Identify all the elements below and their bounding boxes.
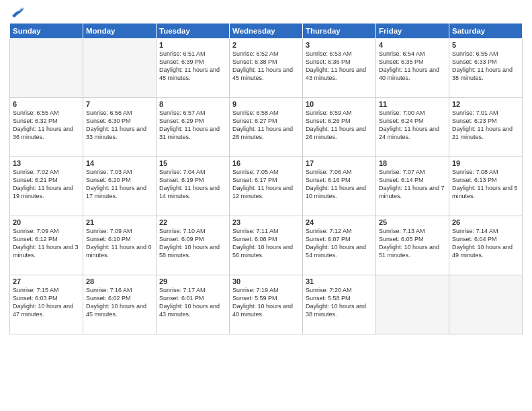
calendar-table: SundayMondayTuesdayWednesdayThursdayFrid… [9,23,523,334]
day-number: 24 [306,218,373,226]
cell-daylight-info: Sunrise: 7:01 AM Sunset: 6:23 PM Dayligh… [452,109,519,142]
cell-daylight-info: Sunrise: 7:14 AM Sunset: 6:04 PM Dayligh… [452,227,519,260]
cell-daylight-info: Sunrise: 7:20 AM Sunset: 5:58 PM Dayligh… [306,286,373,319]
calendar-cell: 17Sunrise: 7:06 AM Sunset: 6:16 PM Dayli… [303,157,376,216]
calendar-cell: 28Sunrise: 7:16 AM Sunset: 6:02 PM Dayli… [83,275,157,334]
calendar-cell: 20Sunrise: 7:09 AM Sunset: 6:12 PM Dayli… [10,216,83,275]
calendar-cell: 24Sunrise: 7:12 AM Sunset: 6:07 PM Dayli… [303,216,376,275]
day-number: 20 [13,218,80,226]
calendar-cell [10,39,83,98]
cell-daylight-info: Sunrise: 7:13 AM Sunset: 6:05 PM Dayligh… [379,227,446,260]
day-number: 18 [379,159,446,167]
cell-daylight-info: Sunrise: 7:06 AM Sunset: 6:16 PM Dayligh… [306,168,373,201]
day-number: 14 [86,159,153,167]
header [9,7,523,19]
calendar-cell: 21Sunrise: 7:09 AM Sunset: 6:10 PM Dayli… [83,216,157,275]
calendar-body: 1Sunrise: 6:51 AM Sunset: 6:39 PM Daylig… [10,39,523,334]
cell-daylight-info: Sunrise: 6:52 AM Sunset: 6:38 PM Dayligh… [232,50,300,83]
calendar-cell: 7Sunrise: 6:56 AM Sunset: 6:30 PM Daylig… [83,98,157,157]
day-number: 21 [86,218,153,226]
cell-daylight-info: Sunrise: 7:08 AM Sunset: 6:13 PM Dayligh… [452,168,519,201]
calendar-week-5: 27Sunrise: 7:15 AM Sunset: 6:03 PM Dayli… [10,275,523,334]
cell-daylight-info: Sunrise: 7:12 AM Sunset: 6:07 PM Dayligh… [306,227,373,260]
cell-daylight-info: Sunrise: 6:53 AM Sunset: 6:36 PM Dayligh… [306,50,373,83]
day-number: 2 [232,41,300,49]
calendar-cell: 4Sunrise: 6:54 AM Sunset: 6:35 PM Daylig… [376,39,449,98]
day-number: 3 [306,41,373,49]
calendar-cell: 14Sunrise: 7:03 AM Sunset: 6:20 PM Dayli… [83,157,157,216]
cell-daylight-info: Sunrise: 6:55 AM Sunset: 6:32 PM Dayligh… [13,109,80,142]
cell-daylight-info: Sunrise: 7:00 AM Sunset: 6:24 PM Dayligh… [379,109,446,142]
cell-daylight-info: Sunrise: 6:56 AM Sunset: 6:30 PM Dayligh… [86,109,153,142]
day-number: 11 [379,100,446,108]
cell-daylight-info: Sunrise: 7:05 AM Sunset: 6:17 PM Dayligh… [232,168,300,201]
day-number: 1 [159,41,226,49]
cell-daylight-info: Sunrise: 7:16 AM Sunset: 6:02 PM Dayligh… [86,286,153,319]
cell-daylight-info: Sunrise: 7:02 AM Sunset: 6:21 PM Dayligh… [13,168,80,201]
day-number: 7 [86,100,153,108]
calendar-cell [376,275,449,334]
day-number: 29 [159,277,226,285]
calendar-week-1: 1Sunrise: 6:51 AM Sunset: 6:39 PM Daylig… [10,39,523,98]
weekday-header-wednesday: Wednesday [230,24,303,39]
day-number: 31 [306,277,373,285]
cell-daylight-info: Sunrise: 7:09 AM Sunset: 6:12 PM Dayligh… [13,227,80,260]
calendar-cell: 22Sunrise: 7:10 AM Sunset: 6:09 PM Dayli… [157,216,230,275]
calendar-week-4: 20Sunrise: 7:09 AM Sunset: 6:12 PM Dayli… [10,216,523,275]
day-number: 8 [159,100,226,108]
day-number: 9 [232,100,300,108]
calendar-cell: 23Sunrise: 7:11 AM Sunset: 6:08 PM Dayli… [230,216,303,275]
day-number: 6 [13,100,80,108]
cell-daylight-info: Sunrise: 6:51 AM Sunset: 6:39 PM Dayligh… [159,50,226,83]
calendar-cell: 29Sunrise: 7:17 AM Sunset: 6:01 PM Dayli… [157,275,230,334]
calendar-cell: 6Sunrise: 6:55 AM Sunset: 6:32 PM Daylig… [10,98,83,157]
weekday-header-tuesday: Tuesday [157,24,230,39]
calendar-cell: 26Sunrise: 7:14 AM Sunset: 6:04 PM Dayli… [449,216,523,275]
day-number: 13 [13,159,80,167]
cell-daylight-info: Sunrise: 7:15 AM Sunset: 6:03 PM Dayligh… [13,286,80,319]
cell-daylight-info: Sunrise: 7:17 AM Sunset: 6:01 PM Dayligh… [159,286,226,319]
day-number: 25 [379,218,446,226]
weekday-header-monday: Monday [83,24,157,39]
cell-daylight-info: Sunrise: 6:57 AM Sunset: 6:29 PM Dayligh… [159,109,226,142]
logo-bird-icon [11,7,26,19]
cell-daylight-info: Sunrise: 7:03 AM Sunset: 6:20 PM Dayligh… [86,168,153,201]
day-number: 19 [452,159,519,167]
cell-daylight-info: Sunrise: 7:04 AM Sunset: 6:19 PM Dayligh… [159,168,226,201]
calendar-cell: 16Sunrise: 7:05 AM Sunset: 6:17 PM Dayli… [230,157,303,216]
calendar-cell: 12Sunrise: 7:01 AM Sunset: 6:23 PM Dayli… [449,98,523,157]
logo [9,7,26,19]
day-number: 17 [306,159,373,167]
day-number: 12 [452,100,519,108]
day-number: 28 [86,277,153,285]
calendar-cell: 30Sunrise: 7:19 AM Sunset: 5:59 PM Dayli… [230,275,303,334]
calendar-cell: 10Sunrise: 6:59 AM Sunset: 6:26 PM Dayli… [303,98,376,157]
calendar-cell: 2Sunrise: 6:52 AM Sunset: 6:38 PM Daylig… [230,39,303,98]
cell-daylight-info: Sunrise: 7:07 AM Sunset: 6:14 PM Dayligh… [379,168,446,201]
calendar-cell: 5Sunrise: 6:55 AM Sunset: 6:33 PM Daylig… [449,39,523,98]
cell-daylight-info: Sunrise: 7:11 AM Sunset: 6:08 PM Dayligh… [232,227,300,260]
cell-daylight-info: Sunrise: 6:59 AM Sunset: 6:26 PM Dayligh… [306,109,373,142]
day-number: 22 [159,218,226,226]
calendar-cell: 8Sunrise: 6:57 AM Sunset: 6:29 PM Daylig… [157,98,230,157]
calendar-cell: 31Sunrise: 7:20 AM Sunset: 5:58 PM Dayli… [303,275,376,334]
calendar-cell: 13Sunrise: 7:02 AM Sunset: 6:21 PM Dayli… [10,157,83,216]
page: SundayMondayTuesdayWednesdayThursdayFrid… [0,0,532,411]
calendar-cell: 18Sunrise: 7:07 AM Sunset: 6:14 PM Dayli… [376,157,449,216]
weekday-header-friday: Friday [376,24,449,39]
calendar-cell: 9Sunrise: 6:58 AM Sunset: 6:27 PM Daylig… [230,98,303,157]
calendar-cell: 3Sunrise: 6:53 AM Sunset: 6:36 PM Daylig… [303,39,376,98]
day-number: 15 [159,159,226,167]
day-number: 23 [232,218,300,226]
cell-daylight-info: Sunrise: 7:09 AM Sunset: 6:10 PM Dayligh… [86,227,153,260]
calendar-cell: 19Sunrise: 7:08 AM Sunset: 6:13 PM Dayli… [449,157,523,216]
day-number: 5 [452,41,519,49]
calendar-cell: 25Sunrise: 7:13 AM Sunset: 6:05 PM Dayli… [376,216,449,275]
calendar-week-3: 13Sunrise: 7:02 AM Sunset: 6:21 PM Dayli… [10,157,523,216]
cell-daylight-info: Sunrise: 6:55 AM Sunset: 6:33 PM Dayligh… [452,50,519,83]
day-number: 30 [232,277,300,285]
cell-daylight-info: Sunrise: 6:58 AM Sunset: 6:27 PM Dayligh… [232,109,300,142]
calendar-cell: 11Sunrise: 7:00 AM Sunset: 6:24 PM Dayli… [376,98,449,157]
calendar-header-row: SundayMondayTuesdayWednesdayThursdayFrid… [10,24,523,39]
cell-daylight-info: Sunrise: 6:54 AM Sunset: 6:35 PM Dayligh… [379,50,446,83]
